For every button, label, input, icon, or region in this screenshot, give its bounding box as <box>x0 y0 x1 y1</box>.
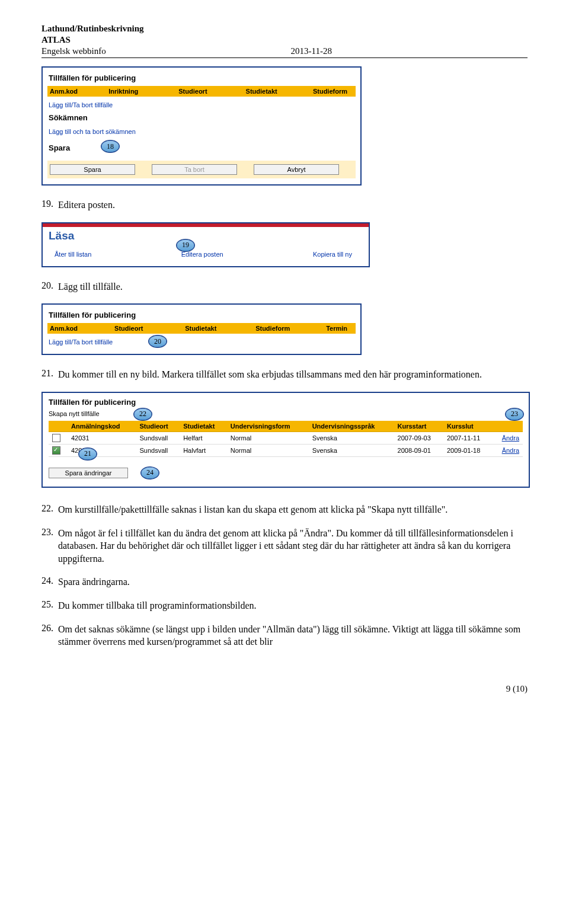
cell-ort-1: Sundsvall <box>136 444 180 456</box>
callout-20: 20 <box>148 335 167 348</box>
doc-header: Lathund/Rutinbeskrivning ATLAS Engelsk w… <box>41 24 528 58</box>
link-add-remove-tillfalle-1[interactable]: Lägg till/Ta bort tillfälle <box>49 101 113 108</box>
step-26-text: Om det saknas sökämne (se längst upp i b… <box>58 623 528 648</box>
cell-slut-0: 2007-11-11 <box>443 431 493 444</box>
cell-kod-0: 42031 <box>68 431 136 444</box>
step-20-num: 20. <box>41 280 58 293</box>
cell-takt-1: Halvfart <box>180 444 227 456</box>
panel2b-headers: Anm.kod Studieort Studietakt Studieform … <box>47 323 356 334</box>
callout-24: 24 <box>140 466 159 479</box>
step-23: 23. Om något är fel i tillfället kan du … <box>41 527 528 565</box>
th-kursstart: Kursstart <box>394 421 443 432</box>
th2-studietakt: Studietakt <box>185 325 255 332</box>
link-andra-1[interactable]: Ändra <box>502 447 519 454</box>
th-studieort: Studieort <box>178 88 245 95</box>
step-26: 26. Om det saknas sökämne (se längst upp… <box>41 623 528 648</box>
step-25-text: Du kommer tillbaka till programinformati… <box>58 599 257 612</box>
th2-studieort: Studieort <box>114 325 185 332</box>
lasa-links: Åter till listan Editera posten Kopiera … <box>45 246 366 263</box>
panel-tillfallen-table: Tillfällen för publicering Skapa nytt ti… <box>41 392 530 488</box>
step-21-text: Du kommer till en ny bild. Markera tillf… <box>58 368 482 381</box>
th-anmkod: Anm.kod <box>50 88 108 95</box>
callout-23: 23 <box>505 408 524 421</box>
th-anmalningskod: Anmälningskod <box>68 421 136 432</box>
link-add-remove-tillfalle-2[interactable]: Lägg till/Ta bort tillfälle <box>49 338 113 346</box>
th-inriktning: Inriktning <box>108 88 178 95</box>
link-andra-0[interactable]: Ändra <box>502 434 519 442</box>
callout-22: 22 <box>133 408 152 421</box>
table-row: 42031 Sundsvall Helfart Normal Svenska 2… <box>49 431 523 444</box>
link-add-remove-sokamnen[interactable]: Lägg till och ta bort sökämnen <box>49 128 136 135</box>
table-header-row: Anmälningskod Studieort Studietakt Under… <box>49 421 523 432</box>
panel3-title: Tillfällen för publicering <box>49 398 523 407</box>
panel1-title1: Tillfällen för publicering <box>49 73 356 82</box>
step-19: 19. Editera posten. <box>41 199 528 212</box>
spara-button[interactable]: Spara <box>50 164 135 175</box>
link-kopiera-ny[interactable]: Kopiera till ny <box>313 251 352 258</box>
panel-tillfallen-2: Tillfällen för publicering Anm.kod Studi… <box>41 303 362 355</box>
button-bar: Spara Ta bort Avbryt <box>47 161 356 178</box>
doc-header-line1: Lathund/Rutinbeskrivning <box>41 24 528 34</box>
step-23-num: 23. <box>41 527 58 565</box>
step-19-text: Editera posten. <box>58 199 115 212</box>
cell-slut-1: 2009-01-18 <box>443 444 493 456</box>
doc-header-left: Engelsk webbinfo <box>41 46 106 56</box>
spara-andringar-button[interactable]: Spara ändringar <box>49 468 128 478</box>
cell-form-0: Normal <box>227 431 309 444</box>
th-studietakt: Studietakt <box>246 88 313 95</box>
cell-sprak-0: Svenska <box>309 431 394 444</box>
checkbox-row-1[interactable] <box>52 446 60 455</box>
callout-19: 19 <box>176 239 195 252</box>
th2-anmkod: Anm.kod <box>50 325 114 332</box>
cell-ort-0: Sundsvall <box>136 431 180 444</box>
th-studieform: Studieform <box>313 88 353 95</box>
step-22: 22. Om kurstillfälle/pakettillfälle sakn… <box>41 503 528 516</box>
cell-start-1: 2008-09-01 <box>394 444 443 456</box>
th-kursslut: Kursslut <box>443 421 493 432</box>
page-footer: 9 (10) <box>41 684 528 694</box>
step-21-num: 21. <box>41 368 58 381</box>
cell-sprak-1: Svenska <box>309 444 394 456</box>
tillfallen-table: Anmälningskod Studieort Studietakt Under… <box>49 421 523 457</box>
step-24: 24. Spara ändringarna. <box>41 575 528 589</box>
cell-takt-0: Helfart <box>180 431 227 444</box>
doc-header-line2: ATLAS <box>41 35 528 45</box>
th2-termin: Termin <box>326 325 353 332</box>
step-24-text: Spara ändringarna. <box>58 575 130 589</box>
step-22-text: Om kurstillfälle/pakettillfälle saknas i… <box>58 503 447 516</box>
step-22-num: 22. <box>41 503 58 516</box>
th-chk <box>49 421 68 432</box>
panel-lasa: Läsa 19 Åter till listan Editera posten … <box>41 222 370 267</box>
step-26-num: 26. <box>41 623 58 648</box>
callout-18: 18 <box>101 140 120 153</box>
panel1-title2: Sökämnen <box>49 113 356 122</box>
link-skapa-nytt[interactable]: Skapa nytt tillfälle <box>49 410 100 417</box>
th2-studieform: Studieform <box>255 325 326 332</box>
cell-start-0: 2007-09-03 <box>394 431 443 444</box>
th-undervisningssprak: Undervisningsspråk <box>309 421 394 432</box>
table-row: 42011 Sundsvall Halvfart Normal Svenska … <box>49 444 523 456</box>
panel1-headers: Anm.kod Inriktning Studieort Studietakt … <box>47 86 356 97</box>
callout-21: 21 <box>78 447 97 461</box>
step-23-text: Om något är fel i tillfället kan du ändr… <box>58 527 528 565</box>
step-24-num: 24. <box>41 575 58 589</box>
panel2b-title: Tillfällen för publicering <box>49 311 356 319</box>
step-21: 21. Du kommer till en ny bild. Markera t… <box>41 368 528 381</box>
th3-studietakt: Studietakt <box>180 421 227 432</box>
step-20-text: Lägg till tillfälle. <box>58 280 123 293</box>
lasa-label: Läsa <box>49 229 366 242</box>
tabort-button[interactable]: Ta bort <box>152 164 237 175</box>
checkbox-row-0[interactable] <box>52 434 60 442</box>
step-25: 25. Du kommer tillbaka till programinfor… <box>41 599 528 612</box>
th-andra <box>493 421 523 432</box>
cell-form-1: Normal <box>227 444 309 456</box>
doc-header-date: 2013-11-28 <box>291 46 332 56</box>
step-20: 20. Lägg till tillfälle. <box>41 280 528 293</box>
step-19-num: 19. <box>41 199 58 212</box>
avbryt-button[interactable]: Avbryt <box>254 164 339 175</box>
th3-studieort: Studieort <box>136 421 180 432</box>
panel-tillfallen-1: Tillfällen för publicering Anm.kod Inrik… <box>41 66 362 186</box>
step-25-num: 25. <box>41 599 58 612</box>
th-undervisningsform: Undervisningsform <box>227 421 309 432</box>
link-ater-listan[interactable]: Åter till listan <box>55 251 91 258</box>
